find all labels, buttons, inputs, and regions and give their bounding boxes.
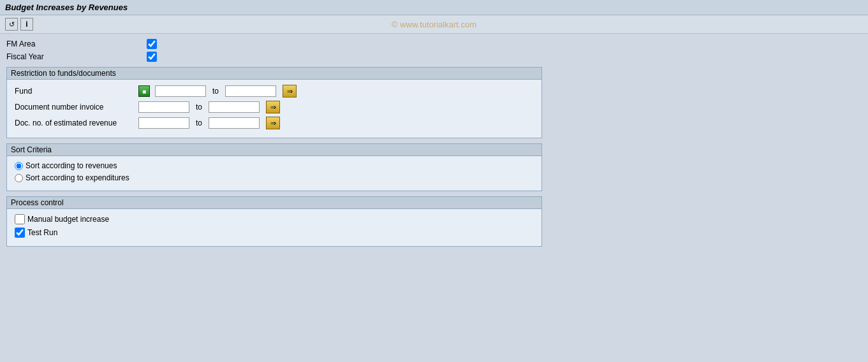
doc-revenue-to-input[interactable] [209,117,260,129]
fm-area-row: FM Area [6,39,862,49]
doc-revenue-label: Doc. no. of estimated revenue [15,119,136,127]
doc-invoice-to-input[interactable] [209,101,260,113]
sort-revenues-radio[interactable] [15,162,23,170]
sort-criteria-title: Sort Criteria [7,144,541,156]
title-bar: Budget Increases by Revenues [0,0,868,15]
fund-from-input[interactable] [155,85,206,97]
process-control-section: Process control Manual budget increase T… [6,196,542,247]
doc-revenue-row: Doc. no. of estimated revenue to ⇒ [15,117,534,129]
doc-invoice-label: Document number invoice [15,103,136,112]
manual-budget-label: Manual budget increase [27,215,109,224]
fm-area-checkbox[interactable] [147,39,157,49]
doc-invoice-to-label: to [196,103,202,112]
sort-expenditures-radio[interactable] [15,174,23,182]
doc-invoice-row: Document number invoice to ⇒ [15,101,534,113]
back-icon[interactable]: ↺ [5,18,18,31]
test-run-row: Test Run [15,228,534,238]
process-control-title: Process control [7,197,541,209]
fiscal-year-checkbox[interactable] [147,52,157,62]
restriction-body: Fund ■ to ⇒ Document number invoice to ⇒… [7,80,541,138]
test-run-checkbox[interactable] [15,228,25,238]
process-control-body: Manual budget increase Test Run [7,209,541,246]
doc-revenue-to-label: to [196,119,202,127]
info-icon[interactable]: i [20,18,33,31]
manual-budget-checkbox[interactable] [15,214,25,224]
fund-to-input[interactable] [225,85,276,97]
doc-invoice-arrow-btn[interactable]: ⇒ [266,101,280,113]
fm-area-label: FM Area [6,40,147,48]
fiscal-year-row: Fiscal Year [6,52,862,62]
watermark: © www.tutorialkart.com [392,20,476,29]
restriction-title: Restriction to funds/documents [7,68,541,80]
sort-criteria-body: Sort according to revenues Sort accordin… [7,156,541,191]
doc-revenue-from-input[interactable] [138,117,189,129]
fund-match-icon[interactable]: ■ [138,85,150,97]
fund-label: Fund [15,87,136,96]
page-title: Budget Increases by Revenues [5,3,863,12]
sort-expenditures-row: Sort according to expenditures [15,173,534,182]
fund-to-label: to [212,87,219,96]
doc-invoice-from-input[interactable] [138,101,189,113]
sort-expenditures-label: Sort according to expenditures [26,173,129,182]
doc-revenue-arrow-btn[interactable]: ⇒ [266,117,280,129]
toolbar: ↺ i © www.tutorialkart.com [0,15,868,34]
sort-revenues-row: Sort according to revenues [15,161,534,170]
fund-arrow-btn[interactable]: ⇒ [283,85,297,98]
test-run-label: Test Run [27,228,57,237]
fund-row: Fund ■ to ⇒ [15,85,534,98]
sort-criteria-section: Sort Criteria Sort according to revenues… [6,143,542,191]
restriction-section: Restriction to funds/documents Fund ■ to… [6,67,542,138]
manual-budget-row: Manual budget increase [15,214,534,224]
sort-revenues-label: Sort according to revenues [26,161,117,170]
main-content: FM Area Fiscal Year Restriction to funds… [0,34,868,257]
fiscal-year-label: Fiscal Year [6,52,147,61]
